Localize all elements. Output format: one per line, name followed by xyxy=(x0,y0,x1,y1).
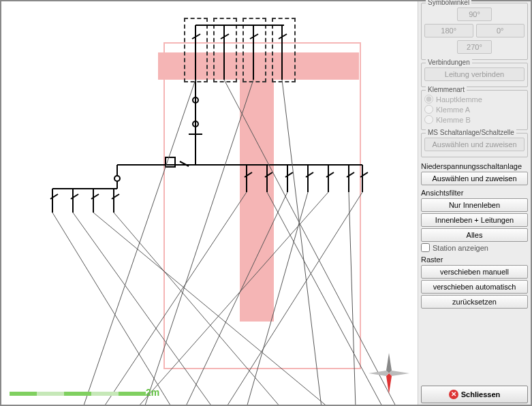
close-button[interactable]: ✕ Schliessen xyxy=(421,386,528,403)
raster-reset-button[interactable]: zurücksetzen xyxy=(421,295,528,309)
filter-innenleben-button[interactable]: Nur Innenleben xyxy=(421,198,528,212)
ns-assign-button[interactable]: Auswählen und zuweisen xyxy=(421,172,528,185)
svg-line-53 xyxy=(185,192,287,405)
compass-icon xyxy=(369,353,409,394)
scale-bar xyxy=(10,392,146,396)
filter-alles-button[interactable]: Alles xyxy=(421,228,528,242)
radio-input[interactable] xyxy=(424,115,433,124)
svg-line-57 xyxy=(226,192,362,405)
radio-input[interactable] xyxy=(424,95,433,104)
svg-line-56 xyxy=(349,192,356,405)
group-klemmenart: Klemmenart Hauptklemme Klemme A Klemme B xyxy=(421,90,528,130)
group-verbindungen: Verbindungen Leitung verbinden xyxy=(421,63,528,87)
svg-line-51 xyxy=(104,192,247,405)
svg-marker-59 xyxy=(389,371,409,376)
svg-line-38 xyxy=(285,172,293,177)
section-ns: Niederspannungsschaltanlage Auswählen un… xyxy=(421,160,528,187)
angle-180-button[interactable]: 180° xyxy=(424,24,473,37)
group-title: MS Schaltanlage/Schaltzelle xyxy=(426,129,516,136)
svg-line-45 xyxy=(93,213,328,405)
svg-line-49 xyxy=(144,80,253,405)
section-raster: Raster verschieben manuell verschieben a… xyxy=(421,253,528,310)
svg-line-39 xyxy=(306,172,313,177)
group-title: Klemmenart xyxy=(426,86,467,93)
group-ms-schaltanlage: MS Schaltanlage/Schaltzelle Auswählen un… xyxy=(421,133,528,157)
angle-270-button[interactable]: 270° xyxy=(457,40,491,54)
section-label: Niederspannungsschaltanlage xyxy=(421,162,528,170)
app-window: 2m Symbolwinkel 90° 180° 0° 270° Verbind… xyxy=(0,0,532,406)
svg-line-37 xyxy=(265,172,272,177)
radio-label: Klemme A xyxy=(436,106,470,114)
close-icon: ✕ xyxy=(449,390,458,399)
svg-line-27 xyxy=(91,194,99,199)
svg-line-52 xyxy=(267,192,383,405)
svg-marker-61 xyxy=(369,371,389,376)
checkbox-label: Station anzeigen xyxy=(433,244,488,252)
svg-line-26 xyxy=(71,194,78,199)
station-anzeigen-checkbox[interactable]: Station anzeigen xyxy=(421,243,528,252)
sidebar: Symbolwinkel 90° 180° 0° 270° Verbindung… xyxy=(418,1,531,405)
group-title: Verbindungen xyxy=(426,59,472,66)
radio-klemme-b[interactable]: Klemme B xyxy=(424,115,525,124)
section-ansichtsfilter: Ansichtsfilter Nur Innenleben Innenleben… xyxy=(421,187,528,253)
raster-manuell-button[interactable]: verschieben manuell xyxy=(421,265,528,279)
checkbox-input[interactable] xyxy=(421,243,430,252)
ms-assign-button[interactable]: Auswählen und zuweisen xyxy=(424,138,525,151)
diagram-canvas[interactable]: 2m xyxy=(1,1,418,405)
svg-line-28 xyxy=(112,194,119,199)
svg-line-54 xyxy=(247,192,308,405)
radio-label: Klemme B xyxy=(436,116,471,124)
angle-0-button[interactable]: 0° xyxy=(476,24,525,37)
group-title: Symbolwinkel xyxy=(426,0,471,6)
svg-line-40 xyxy=(326,172,334,177)
svg-line-55 xyxy=(138,192,328,405)
svg-line-25 xyxy=(50,194,58,199)
radio-input[interactable] xyxy=(424,105,433,114)
angle-90-button[interactable]: 90° xyxy=(457,7,491,21)
section-label: Ansichtsfilter xyxy=(421,189,528,197)
section-label: Raster xyxy=(421,255,528,264)
svg-line-50 xyxy=(282,80,322,405)
connect-line-button[interactable]: Leitung verbinden xyxy=(424,67,525,81)
radio-label: Hauptklemme xyxy=(436,95,482,104)
schematic-lines xyxy=(1,1,416,405)
svg-line-42 xyxy=(360,172,368,177)
scale-label: 2m xyxy=(146,387,159,398)
svg-marker-58 xyxy=(386,353,392,373)
svg-point-18 xyxy=(114,176,120,181)
radio-hauptklemme[interactable]: Hauptklemme xyxy=(424,95,525,104)
svg-line-43 xyxy=(52,213,172,405)
svg-line-36 xyxy=(245,172,252,177)
group-symbolwinkel: Symbolwinkel 90° 180° 0° 270° xyxy=(421,3,528,60)
filter-innenleben-leitungen-button[interactable]: Innenleben + Leitungen xyxy=(421,213,528,227)
radio-klemme-a[interactable]: Klemme A xyxy=(424,105,525,114)
close-label: Schliessen xyxy=(461,390,500,399)
svg-marker-60 xyxy=(386,373,392,394)
svg-line-41 xyxy=(347,172,354,177)
raster-auto-button[interactable]: verschieben automatisch xyxy=(421,280,528,294)
